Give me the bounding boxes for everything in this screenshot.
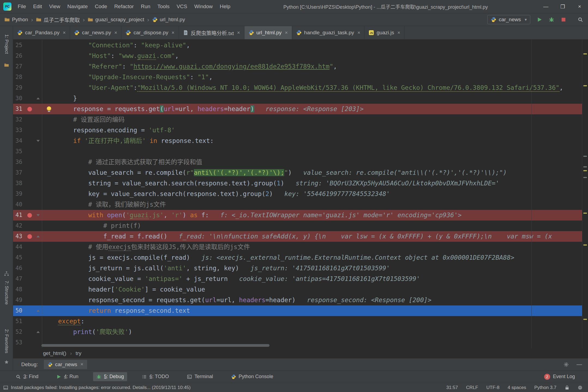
close-icon[interactable]: ×: [171, 30, 174, 36]
horizontal-scrollbar[interactable]: [41, 344, 270, 347]
close-icon[interactable]: ×: [397, 30, 400, 36]
code-line-35[interactable]: 35: [13, 146, 588, 157]
fold-up-icon[interactable]: [36, 331, 40, 333]
menu-view[interactable]: View: [45, 0, 64, 13]
fold-gutter[interactable]: [34, 305, 42, 316]
fold-gutter[interactable]: [34, 40, 42, 51]
breakpoint-gutter[interactable]: [25, 220, 34, 231]
breadcrumb-method[interactable]: get_html(): [43, 350, 66, 356]
minimize-button[interactable]: —: [537, 0, 554, 13]
breakpoint-icon[interactable]: [27, 107, 32, 111]
line-number[interactable]: 49: [13, 295, 25, 305]
editor-tab-反爬虫策略分析.txt[interactable]: 反爬虫策略分析.txt×: [179, 26, 244, 39]
sidebar-item-favorites[interactable]: 2: Favorites: [4, 329, 9, 353]
tool-window-button-todo[interactable]: 6: TODO: [139, 372, 172, 381]
fold-gutter[interactable]: [34, 337, 42, 348]
breakpoint-gutter[interactable]: [25, 210, 34, 220]
breakpoint-gutter[interactable]: [25, 274, 34, 284]
run-config-selector[interactable]: car_news ▾: [487, 15, 530, 24]
breakpoint-gutter[interactable]: [25, 136, 34, 146]
breadcrumb-item[interactable]: guazi_scrapy_project: [88, 17, 144, 23]
line-number[interactable]: 31: [13, 104, 25, 114]
fold-down-icon[interactable]: [36, 214, 40, 216]
code-line-37[interactable]: 37 value_search = re.compile(r"anti\('(.…: [13, 167, 588, 178]
gear-icon[interactable]: [564, 362, 569, 367]
code-line-48[interactable]: 48 header['Cookie'] = cookie_value: [13, 284, 588, 295]
sidebar-item-structure[interactable]: 7: Structure: [4, 281, 9, 305]
breakpoint-gutter[interactable]: [25, 263, 34, 274]
breakpoint-gutter[interactable]: [25, 125, 34, 136]
breakpoint-gutter[interactable]: [25, 167, 34, 178]
code-line-38[interactable]: 38 string = value_search.search(response…: [13, 178, 588, 189]
info-stripe-mark[interactable]: [583, 166, 587, 167]
breakpoint-gutter[interactable]: [25, 178, 34, 189]
code-line-46[interactable]: 46 js_return = js.call('anti', string, k…: [13, 263, 588, 274]
code-line-34[interactable]: 34 if '正在打开中,请稍后' in response.text:: [13, 136, 588, 146]
structure-icon[interactable]: [4, 271, 9, 276]
fold-up-icon[interactable]: [36, 97, 40, 99]
breakpoint-gutter[interactable]: [25, 231, 34, 242]
indent-style[interactable]: 4 spaces: [508, 385, 526, 390]
fold-gutter[interactable]: [34, 220, 42, 231]
run-button[interactable]: [537, 17, 542, 22]
close-icon[interactable]: ×: [285, 30, 288, 36]
fold-gutter[interactable]: [34, 327, 42, 337]
interpreter[interactable]: Python 3.7: [534, 385, 556, 390]
warning-stripe-mark[interactable]: [583, 319, 587, 320]
close-icon[interactable]: ×: [81, 362, 84, 367]
code-line-25[interactable]: 25 "Connection": "keep-alive",: [13, 40, 588, 51]
fold-gutter[interactable]: [34, 82, 42, 93]
code-line-30[interactable]: 30 }: [13, 93, 588, 104]
code-line-33[interactable]: 33 response.encoding = 'utf-8': [13, 125, 588, 136]
info-stripe-mark[interactable]: [583, 156, 587, 157]
search-everywhere-button[interactable]: [578, 17, 583, 22]
code-line-44[interactable]: 44 # 使用execjs包来封装这段JS,传入的是读取后的js文件: [13, 242, 588, 252]
breakpoint-gutter[interactable]: [25, 316, 34, 327]
line-number[interactable]: 51: [13, 316, 25, 327]
fold-gutter[interactable]: [34, 189, 42, 199]
breakpoint-gutter[interactable]: [25, 242, 34, 252]
close-icon[interactable]: ×: [357, 30, 360, 36]
editor-tab-car_Pandas.py[interactable]: car_Pandas.py×: [13, 26, 70, 39]
menu-window[interactable]: Window: [191, 0, 216, 13]
breakpoint-gutter[interactable]: [25, 40, 34, 51]
breakpoint-gutter[interactable]: [25, 305, 34, 316]
fold-down-icon[interactable]: [36, 140, 40, 142]
line-number[interactable]: 34: [13, 136, 25, 146]
fold-gutter[interactable]: [34, 125, 42, 136]
folder-icon[interactable]: [4, 63, 9, 68]
fold-gutter[interactable]: [34, 93, 42, 104]
close-icon[interactable]: ×: [237, 30, 240, 36]
fold-gutter[interactable]: [34, 263, 42, 274]
breakpoint-gutter[interactable]: [25, 295, 34, 305]
breakpoint-gutter[interactable]: [25, 199, 34, 210]
close-icon[interactable]: ×: [63, 30, 66, 36]
line-number[interactable]: 45: [13, 252, 25, 263]
line-number[interactable]: 32: [13, 114, 25, 125]
fold-gutter[interactable]: [34, 242, 42, 252]
code-line-31[interactable]: 31 response = requests.get(url=url, head…: [13, 104, 588, 114]
tool-window-button-debug[interactable]: 5: Debug: [93, 372, 127, 381]
code-line-27[interactable]: 27 "Referer": "https://www.guazi.com/don…: [13, 61, 588, 72]
warning-stripe-mark[interactable]: [583, 85, 587, 86]
line-number[interactable]: 47: [13, 274, 25, 284]
line-number[interactable]: 50: [13, 305, 25, 316]
event-log-button[interactable]: 2 Event Log: [544, 374, 575, 380]
line-number[interactable]: 29: [13, 82, 25, 93]
fold-gutter[interactable]: [34, 252, 42, 263]
code-line-51[interactable]: 51 except:: [13, 316, 588, 327]
tool-window-button-run[interactable]: 4: Run: [53, 372, 82, 381]
breakpoint-gutter[interactable]: [25, 327, 34, 337]
close-icon[interactable]: ×: [114, 30, 117, 36]
line-number[interactable]: 27: [13, 61, 25, 72]
stop-button[interactable]: [561, 17, 566, 22]
line-number[interactable]: 39: [13, 189, 25, 199]
line-number[interactable]: 44: [13, 242, 25, 252]
breakpoint-gutter[interactable]: [25, 252, 34, 263]
breakpoint-gutter[interactable]: [25, 72, 34, 82]
fold-gutter[interactable]: [34, 136, 42, 146]
line-number[interactable]: 43: [13, 231, 25, 242]
fold-gutter[interactable]: [34, 61, 42, 72]
editor-tab-guazi.js[interactable]: JSguazi.js×: [365, 26, 405, 39]
breakpoint-icon[interactable]: [27, 213, 32, 218]
